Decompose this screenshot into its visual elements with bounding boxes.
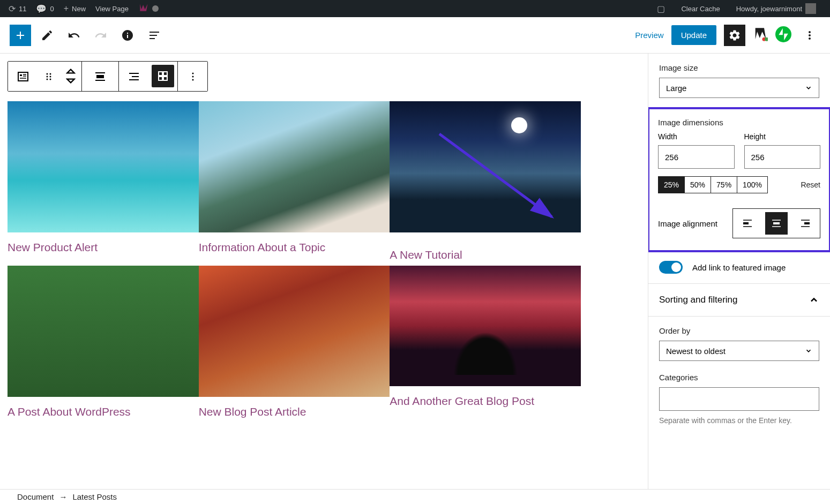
post-item[interactable]: New Product Alert xyxy=(8,101,199,266)
more-options-button[interactable] xyxy=(799,25,820,46)
width-input[interactable] xyxy=(658,145,735,169)
grid-icon xyxy=(156,70,169,82)
post-title[interactable]: New Blog Post Article xyxy=(199,397,390,423)
categories-help: Separate with commas or the Enter key. xyxy=(659,416,819,425)
svg-rect-32 xyxy=(773,222,780,224)
clear-cache-item[interactable]: Clear Cache xyxy=(677,5,724,13)
post-title[interactable]: And Another Great Blog Post xyxy=(390,386,581,412)
svg-point-24 xyxy=(192,72,193,74)
chevron-down-icon xyxy=(805,84,812,92)
add-block-button[interactable] xyxy=(10,25,31,46)
settings-button[interactable] xyxy=(724,25,745,46)
featured-link-toggle[interactable] xyxy=(659,261,683,274)
yoast-admin-item[interactable] xyxy=(134,2,163,15)
jetpack-icon xyxy=(775,26,791,42)
move-down-button[interactable] xyxy=(66,77,76,86)
posts-grid: New Product Alert Information About a To… xyxy=(8,101,581,423)
redo-button[interactable] xyxy=(90,25,111,46)
drag-handle[interactable] xyxy=(38,62,60,91)
image-dimensions-section: Image dimensions Width Height 25% 50% 75… xyxy=(648,107,830,252)
svg-point-8 xyxy=(47,73,48,74)
post-item[interactable]: A New Tutorial xyxy=(390,101,581,266)
svg-rect-20 xyxy=(159,72,162,76)
post-item[interactable]: And Another Great Blog Post xyxy=(390,266,581,423)
update-button[interactable]: Update xyxy=(671,25,716,45)
howdy-label: Howdy, joewarnimont xyxy=(736,5,802,13)
align-left-icon xyxy=(741,217,754,230)
percent-50-button[interactable]: 50% xyxy=(685,177,711,193)
latest-posts-icon xyxy=(17,70,29,83)
comment-icon: 💬 xyxy=(36,4,47,14)
kebab-icon xyxy=(186,70,199,83)
breadcrumb-document[interactable]: Document xyxy=(17,492,54,501)
post-item[interactable]: A Post About WordPress xyxy=(8,266,199,423)
list-view-button[interactable] xyxy=(119,62,148,91)
undo-button[interactable] xyxy=(63,25,85,46)
svg-point-12 xyxy=(47,78,48,80)
post-title[interactable]: New Product Alert xyxy=(8,232,199,258)
comments-count: 0 xyxy=(50,5,54,13)
post-item[interactable]: New Blog Post Article xyxy=(199,266,390,423)
alignment-buttons xyxy=(732,208,820,238)
chevron-up-icon xyxy=(66,68,76,74)
post-image xyxy=(390,101,581,232)
view-page-item[interactable]: View Page xyxy=(91,5,133,13)
plus-icon xyxy=(14,29,27,42)
align-right-button[interactable] xyxy=(791,209,820,238)
align-center-icon xyxy=(770,217,783,230)
align-center-button[interactable] xyxy=(765,212,788,235)
svg-point-13 xyxy=(50,78,51,80)
post-title[interactable]: A New Tutorial xyxy=(390,232,581,266)
align-right-icon xyxy=(799,217,812,230)
plus-icon: + xyxy=(64,4,69,13)
svg-rect-21 xyxy=(163,72,167,76)
updates-item[interactable]: ⟳ 11 xyxy=(4,4,31,14)
move-up-button[interactable] xyxy=(66,67,76,77)
yoast-status-dot xyxy=(152,5,159,12)
svg-point-25 xyxy=(192,76,193,77)
block-type-button[interactable] xyxy=(8,62,38,91)
align-button[interactable] xyxy=(82,62,118,91)
edit-button[interactable] xyxy=(36,25,58,46)
post-image xyxy=(390,266,581,386)
align-left-button[interactable] xyxy=(733,209,762,238)
view-page-label: View Page xyxy=(95,5,129,13)
settings-sidebar: Image size Large Image dimensions Width … xyxy=(648,54,830,504)
categories-input[interactable] xyxy=(659,387,819,411)
redo-icon xyxy=(94,29,107,42)
list-view-icon xyxy=(128,70,140,83)
image-size-label: Image size xyxy=(659,63,819,72)
height-input[interactable] xyxy=(744,145,821,169)
percent-25-button[interactable]: 25% xyxy=(659,177,685,193)
info-button[interactable] xyxy=(117,25,138,46)
comments-item[interactable]: 💬 0 xyxy=(32,4,58,14)
notifications-item[interactable]: ▢ xyxy=(653,4,669,14)
percent-75-button[interactable]: 75% xyxy=(711,177,737,193)
yoast-button[interactable] xyxy=(753,27,768,44)
outline-button[interactable] xyxy=(144,25,165,46)
image-alignment-label: Image alignment xyxy=(658,219,717,228)
post-title[interactable]: A Post About WordPress xyxy=(8,397,199,423)
chevron-down-icon xyxy=(66,78,76,84)
sorting-accordion-header[interactable]: Sorting and filtering xyxy=(648,284,830,317)
breadcrumb-latest-posts[interactable]: Latest Posts xyxy=(72,492,117,501)
percent-100-button[interactable]: 100% xyxy=(737,177,767,193)
reset-link[interactable]: Reset xyxy=(801,180,820,189)
image-size-value: Large xyxy=(666,84,686,93)
order-by-select[interactable]: Newest to oldest xyxy=(659,341,819,361)
block-more-button[interactable] xyxy=(178,62,207,91)
jetpack-button[interactable] xyxy=(775,26,791,44)
post-item[interactable]: Information About a Topic xyxy=(199,101,390,266)
post-title[interactable]: Information About a Topic xyxy=(199,232,390,258)
svg-point-11 xyxy=(50,76,51,77)
grid-view-button[interactable] xyxy=(152,65,174,87)
preview-link[interactable]: Preview xyxy=(635,31,663,40)
editor-canvas[interactable]: New Product Alert Information About a To… xyxy=(0,54,648,504)
categories-section: Categories Separate with commas or the E… xyxy=(648,371,830,434)
notification-icon: ▢ xyxy=(657,4,665,14)
sorting-title: Sorting and filtering xyxy=(659,295,737,305)
new-item[interactable]: + New xyxy=(59,4,90,13)
image-size-select[interactable]: Large xyxy=(659,78,819,98)
howdy-item[interactable]: Howdy, joewarnimont xyxy=(732,3,820,14)
updates-icon: ⟳ xyxy=(9,4,16,14)
